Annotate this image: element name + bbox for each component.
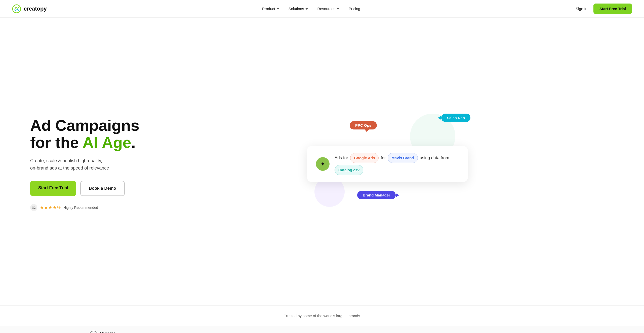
brand-mercedes: ⊛ Mercedes-Benz [79, 331, 126, 333]
g2-badge: G2 ★★★★½ Highly Recommended [30, 204, 161, 211]
g2-text: Highly Recommended [63, 206, 98, 210]
brand-virgin: virgin [405, 332, 439, 333]
nav-links: Product Solutions Resources Pricing [262, 7, 360, 11]
start-trial-button-nav[interactable]: Start Free Trial [593, 4, 632, 14]
ai-card-text: Ads for Google Ads for Mavis Brand using… [335, 153, 459, 175]
bubble-ppc: PPC Ops [350, 121, 377, 129]
brand-tag: Mavis Brand [388, 153, 418, 163]
sparkle-icon: ✦ [320, 160, 325, 168]
brand-toyota: TOYOTA [0, 332, 43, 333]
nav-pricing[interactable]: Pricing [349, 7, 360, 11]
brand-logo[interactable]: creatopy [12, 4, 47, 13]
g2-logo: G2 [30, 204, 37, 211]
main-nav: creatopy Product Solutions Resources Pri… [0, 0, 644, 18]
brands-strip: TOYOTA udemy ⊛ Mercedes-Benz amazon Nest… [0, 326, 644, 333]
start-trial-button-hero[interactable]: Start Free Trial [30, 181, 76, 196]
hero-content: Ad Campaigns for the AI Age. Create, sca… [30, 117, 161, 211]
nav-right: Sign In Start Free Trial [576, 4, 632, 14]
illustration-container: PPC Ops Sales Rep ✦ Ads for Google Ads f… [299, 106, 475, 222]
hero-buttons: Start Free Trial Book a Demo [30, 181, 161, 196]
ai-prompt-card: ✦ Ads for Google Ads for Mavis Brand usi… [307, 146, 468, 182]
signin-link[interactable]: Sign In [576, 7, 587, 11]
platform-tag: Google Ads [350, 153, 379, 163]
star-rating: ★★★★½ [40, 205, 61, 210]
hero-illustration: PPC Ops Sales Rep ✦ Ads for Google Ads f… [161, 101, 614, 227]
bubble-brand: Brand Manager [357, 191, 396, 199]
svg-point-0 [13, 5, 21, 13]
trusted-text: Trusted by some of the world's largest b… [0, 314, 644, 318]
brand-toyota-2: TOYOTA [439, 332, 481, 333]
logo-icon [12, 4, 21, 13]
ai-icon: ✦ [316, 157, 330, 171]
hero-section: Ad Campaigns for the AI Age. Create, sca… [0, 18, 644, 305]
nav-solutions[interactable]: Solutions [289, 7, 308, 11]
brand-amazon: amazon [126, 332, 167, 333]
trusted-section: Trusted by some of the world's largest b… [0, 305, 644, 333]
brand-digiday: DIGIDAY [284, 332, 327, 333]
brand-name: creatopy [24, 6, 47, 12]
nav-resources[interactable]: Resources [317, 7, 340, 11]
bubble-sales: Sales Rep [441, 114, 470, 122]
hero-subtext: Create, scale & publish high-quality, on… [30, 157, 161, 172]
nav-product[interactable]: Product [262, 7, 279, 11]
datasource-tag: Catalog.csv [335, 165, 363, 175]
book-demo-button[interactable]: Book a Demo [80, 181, 125, 196]
hero-heading: Ad Campaigns for the AI Age. [30, 117, 161, 151]
